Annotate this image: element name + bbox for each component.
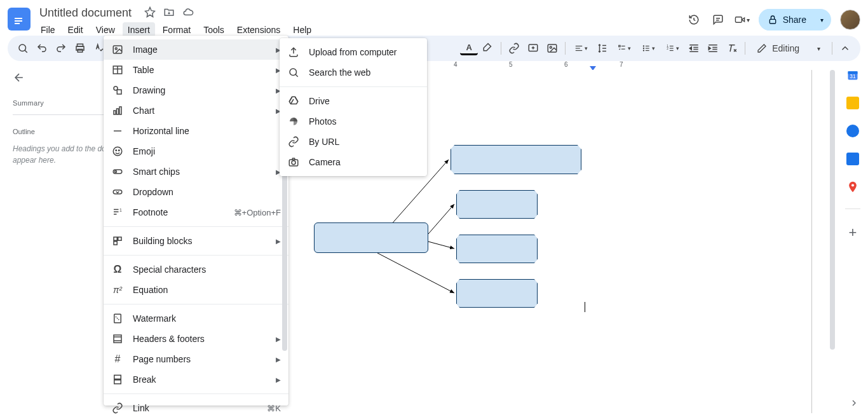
history-icon[interactable] [686, 12, 702, 27]
menu-item-smartchips[interactable]: Smart chips ▶ [104, 161, 288, 182]
menu-item-building-blocks[interactable]: Building blocks ▶ [104, 231, 288, 251]
maps-icon[interactable] [846, 181, 859, 193]
submenu-item-label: Upload from computer [309, 47, 397, 57]
menu-item-chart[interactable]: Chart ▶ [104, 100, 288, 121]
clear-formatting-button[interactable] [723, 39, 741, 57]
account-avatar[interactable] [840, 10, 860, 30]
svg-rect-62 [119, 107, 121, 114]
collapse-toolbar-button[interactable] [836, 39, 854, 57]
submenu-item-camera[interactable]: Camera [280, 152, 427, 172]
line-spacing-button[interactable] [593, 39, 611, 57]
docs-logo-icon[interactable] [8, 8, 31, 31]
submenu-item-search-web[interactable]: Search the web [280, 62, 427, 83]
document-title[interactable]: Untitled document [36, 5, 135, 21]
menu-file[interactable]: File [36, 22, 60, 38]
menu-item-image[interactable]: Image ▶ [104, 39, 288, 60]
submenu-item-label: By URL [309, 137, 339, 147]
increase-indent-button[interactable] [704, 39, 722, 57]
svg-point-87 [290, 69, 297, 76]
menu-item-label: Footnote [133, 207, 168, 217]
menu-item-horizontal-line[interactable]: Horizontal line [104, 121, 288, 141]
menu-item-emoji[interactable]: Emoji [104, 141, 288, 161]
submenu-item-photos[interactable]: Photos [280, 111, 427, 132]
svg-point-65 [116, 150, 117, 151]
move-icon[interactable] [163, 6, 175, 20]
editing-mode-button[interactable]: Editing ▾ [749, 41, 828, 56]
menu-item-break[interactable]: Break ▶ [104, 369, 288, 390]
redo-button[interactable] [52, 39, 70, 57]
side-panel: 31 + [837, 61, 868, 417]
menu-item-link[interactable]: Link ⌘K [104, 398, 288, 417]
menu-item-table[interactable]: Table ▶ [104, 60, 288, 80]
side-panel-collapse-button[interactable] [849, 398, 859, 411]
menu-help[interactable]: Help [288, 22, 316, 38]
svg-rect-83 [114, 380, 121, 384]
horizontal-line-icon [111, 125, 124, 137]
star-icon[interactable] [144, 6, 156, 20]
scrollbar-thumb[interactable] [830, 70, 835, 350]
svg-line-46 [428, 204, 454, 234]
tasks-icon[interactable] [846, 125, 859, 137]
svg-rect-5 [735, 17, 742, 23]
submenu-item-byurl[interactable]: By URL [280, 132, 427, 152]
omega-icon: Ω [111, 263, 124, 276]
meet-icon[interactable]: ▾ [735, 12, 750, 27]
svg-point-52 [851, 184, 854, 186]
menu-item-watermark[interactable]: Watermark [104, 308, 288, 329]
menu-item-special-characters[interactable]: Ω Special characters [104, 259, 288, 280]
comments-icon[interactable] [710, 12, 726, 27]
diagram-shape[interactable] [314, 222, 428, 253]
decrease-indent-button[interactable] [685, 39, 703, 57]
cloud-status-icon[interactable] [182, 6, 194, 20]
text-color-button[interactable]: A [460, 41, 478, 55]
svg-rect-23 [618, 45, 620, 46]
svg-line-78 [116, 317, 119, 320]
submenu-item-upload[interactable]: Upload from computer [280, 42, 427, 62]
chevron-right-icon: ▶ [276, 238, 281, 245]
diagram-shape[interactable] [456, 279, 538, 308]
add-comment-button[interactable] [524, 39, 542, 57]
diagram-shape[interactable] [456, 235, 538, 263]
header: Untitled document File Edit View Insert … [0, 0, 868, 36]
insert-dropdown-menu: Image ▶ Table ▶ Drawing ▶ Chart ▶ Horizo… [104, 36, 288, 406]
search-button[interactable] [14, 39, 32, 57]
menu-item-headers-footers[interactable]: Headers & footers ▶ [104, 329, 288, 349]
undo-button[interactable] [33, 39, 51, 57]
contacts-icon[interactable] [846, 153, 859, 165]
chevron-right-icon: ▶ [276, 336, 281, 343]
numbered-list-button[interactable]: 12▾ [661, 39, 684, 57]
diagram-shape[interactable] [451, 145, 581, 174]
submenu-item-label: Camera [309, 157, 341, 167]
chevron-right-icon: ▶ [276, 356, 281, 363]
menu-item-footnote[interactable]: 1 Footnote ⌘+Option+F [104, 202, 288, 222]
calendar-icon[interactable]: 31 [846, 69, 859, 81]
keep-icon[interactable] [846, 97, 859, 109]
ruler-tick: 4 [454, 61, 458, 68]
menu-edit[interactable]: Edit [63, 22, 88, 38]
submenu-item-label: Search the web [309, 67, 370, 78]
diagram-shape[interactable] [456, 190, 538, 219]
submenu-item-drive[interactable]: Drive [280, 91, 427, 111]
insert-image-button[interactable] [543, 39, 561, 57]
align-button[interactable]: ▾ [569, 39, 592, 57]
menu-item-label: Emoji [133, 146, 155, 156]
menu-item-page-numbers[interactable]: # Page numbers ▶ [104, 349, 288, 369]
bulleted-list-button[interactable]: ▾ [637, 39, 660, 57]
share-button[interactable]: Share [759, 9, 817, 31]
menu-item-drawing[interactable]: Drawing ▶ [104, 80, 288, 100]
vertical-scrollbar[interactable] [830, 70, 836, 353]
svg-rect-75 [118, 237, 121, 240]
checklist-button[interactable]: ▾ [613, 39, 635, 57]
menu-item-dropdown[interactable]: Dropdown [104, 182, 288, 202]
svg-point-64 [113, 147, 122, 156]
menu-item-label: Page numbers [133, 354, 191, 364]
insert-link-button[interactable] [505, 39, 523, 57]
svg-rect-59 [117, 90, 121, 94]
print-button[interactable] [71, 39, 89, 57]
svg-text:1: 1 [119, 208, 122, 212]
share-dropdown-button[interactable]: ▾ [817, 14, 831, 26]
highlight-color-button[interactable] [479, 39, 497, 57]
ruler-tick: 6 [564, 61, 568, 68]
add-addon-button[interactable]: + [849, 224, 857, 241]
menu-item-equation[interactable]: π² Equation [104, 280, 288, 300]
